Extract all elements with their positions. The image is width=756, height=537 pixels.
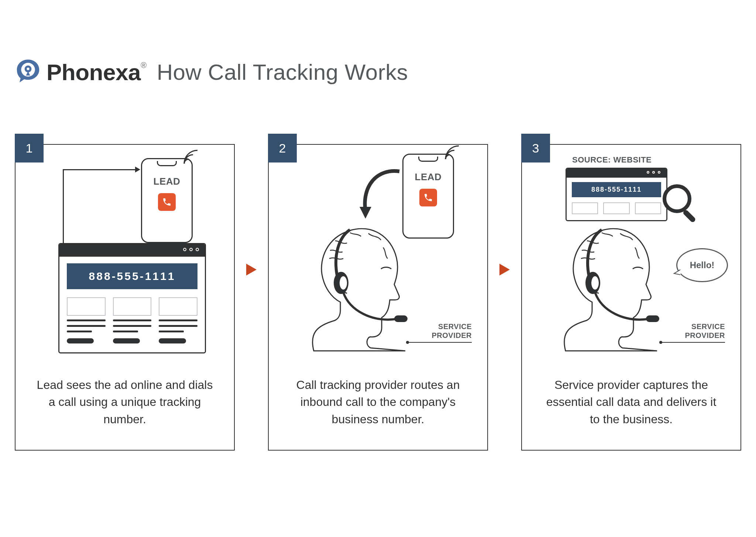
svg-rect-7 <box>394 315 408 322</box>
step-caption: Service provider captures the essential … <box>522 376 740 450</box>
step-caption: Call tracking provider routes an inbound… <box>269 376 487 450</box>
step-separator-arrow <box>235 89 268 451</box>
service-provider-illustration <box>546 215 679 353</box>
connector-top <box>63 169 137 170</box>
svg-point-9 <box>664 186 690 211</box>
service-provider-illustration <box>295 215 427 353</box>
phonexa-logo-icon <box>15 58 41 85</box>
registered-mark: ® <box>141 61 147 70</box>
svg-point-2 <box>27 67 29 70</box>
svg-marker-3 <box>246 264 257 276</box>
chevron-right-icon <box>497 262 512 277</box>
arrowhead-icon <box>135 167 140 172</box>
lead-label: LEAD <box>154 176 181 187</box>
phone-call-icon <box>158 193 176 211</box>
chevron-right-icon <box>244 262 259 277</box>
step-panel-2: 2 LEAD <box>268 144 488 451</box>
step-separator-arrow <box>488 89 521 451</box>
header: Phonexa® How Call Tracking Works <box>15 59 408 85</box>
tracking-number-banner: 888-555-1111 <box>572 182 661 197</box>
phone-call-icon <box>419 189 437 206</box>
svg-rect-10 <box>682 209 696 223</box>
svg-marker-8 <box>499 264 510 276</box>
lead-phone: LEAD <box>141 158 193 243</box>
brand-text: Phonexa <box>47 59 141 85</box>
svg-point-6 <box>340 276 347 290</box>
svg-point-12 <box>591 276 599 290</box>
browser-title-bar <box>567 169 666 178</box>
step-panel-1: 1 LEAD <box>15 144 235 451</box>
step-panel-3: 3 SOURCE: WEBSITE 888-555-1111 <box>521 144 741 451</box>
signal-icon <box>444 144 460 162</box>
tracking-number-banner: 888-555-1111 <box>67 263 197 289</box>
step-caption: Lead sees the ad online and dials a call… <box>16 376 234 450</box>
lead-label: LEAD <box>415 171 442 183</box>
page-title: How Call Tracking Works <box>157 59 408 85</box>
curved-arrow-icon <box>355 167 407 222</box>
service-provider-label: SERVICE PROVIDER <box>662 322 725 343</box>
source-browser-window: 888-555-1111 <box>566 168 667 221</box>
signal-icon <box>183 149 199 167</box>
svg-rect-13 <box>646 315 659 322</box>
source-label: SOURCE: WEBSITE <box>572 155 652 165</box>
browser-title-bar <box>59 244 205 257</box>
speech-bubble: Hello! <box>676 248 728 282</box>
brand-name: Phonexa® <box>47 59 147 85</box>
steps-row: 1 LEAD <box>15 144 741 451</box>
brand-logo-group: Phonexa® <box>15 59 147 85</box>
service-provider-label: SERVICE PROVIDER <box>409 322 472 343</box>
browser-window: 888-555-1111 <box>58 243 206 353</box>
speech-bubble-text: Hello! <box>690 260 715 270</box>
